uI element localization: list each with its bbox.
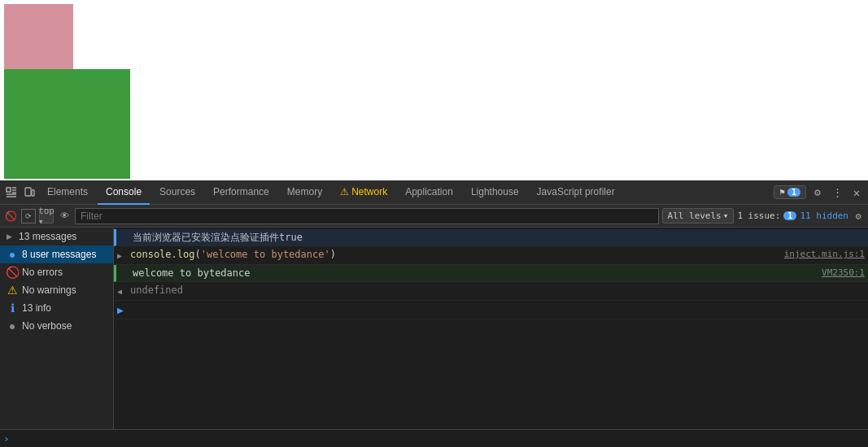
sidebar-item-all-messages[interactable]: ▶ 13 messages [0,228,113,245]
keyword-console: console [130,249,172,260]
result-arrow: ◀ [117,283,129,299]
output-arrow [120,266,131,267]
dot-icon-red: 🚫 [7,267,18,278]
devtools-panel: Elements Console Sources Performance Mem… [0,180,868,447]
green-rectangle [4,69,130,179]
log-string: 'welcome to bytedance' [201,249,330,260]
svg-rect-6 [25,188,31,196]
console-line-result: ◀ undefined [114,282,868,301]
toolbar-right: ⚑ 1 ⚙ ⋮ ✕ [774,184,865,201]
tab-console[interactable]: Console [98,180,150,205]
inspect-icon[interactable] [3,184,20,201]
sidebar-item-label: 13 info [22,302,51,314]
close-devtools-button[interactable]: ✕ [848,184,865,201]
sidebar-item-label: 8 user messages [22,249,96,260]
dot-icon-yellow: ⚠ [7,284,18,296]
sidebar-item-user-messages[interactable]: ● 8 user messages [0,245,113,263]
console-input[interactable] [13,433,865,445]
console-undefined: undefined [130,283,865,297]
source-link-vm[interactable]: VM2350:1 [822,266,865,280]
input-arrow: ▶ [117,302,129,318]
tab-js-profiler[interactable]: JavaScript profiler [529,180,623,205]
pink-rectangle [4,4,73,69]
input-prompt-icon: › [3,432,10,445]
page-area [0,0,868,180]
tab-elements[interactable]: Elements [39,180,96,205]
console-line-output: welcome to bytedance VM2350:1 [114,265,868,282]
issue-label: 1 issue: [737,210,780,221]
console-output-text: welcome to bytedance [133,266,815,280]
eye-icon[interactable]: 👁 [57,209,72,224]
line-expand-arrow [120,230,131,232]
level-dropdown[interactable]: All levels ▾ [662,208,735,224]
console-sidebar: ▶ 13 messages ● 8 user messages 🚫 No err… [0,228,114,429]
sidebar-item-label: No verbose [22,320,72,332]
sidebar-item-verbose[interactable]: ● No verbose [0,317,113,335]
svg-rect-7 [32,190,34,196]
dot-icon-verbose: ● [7,320,18,332]
tab-performance[interactable]: Performance [205,180,277,205]
console-output: 当前浏览器已安装渲染点验证插件true ▶ console.log('welco… [114,228,868,429]
sidebar-item-warnings[interactable]: ⚠ No warnings [0,281,113,299]
console-main: ▶ 13 messages ● 8 user messages 🚫 No err… [0,228,868,429]
sidebar-item-label: No warnings [22,284,76,296]
dot-icon-blue: ● [7,249,18,260]
console-log-code: console.log('welcome to bytedance') [130,247,778,262]
issue-filter-count[interactable]: 1 [783,211,796,220]
console-text-chinese: 当前浏览器已安装渲染点验证插件true [133,230,865,245]
more-options-icon[interactable]: ⋮ [829,184,845,201]
console-settings-icon[interactable]: ⚙ [852,210,865,223]
tab-memory[interactable]: Memory [279,180,330,205]
clear-console-icon[interactable]: 🚫 [3,209,18,224]
tab-lighthouse[interactable]: Lighthouse [463,180,527,205]
svg-rect-0 [7,188,11,192]
keyword-log: log [177,249,195,260]
console-filter-bar: 🚫 ⟳ top ▾ 👁 All levels ▾ 1 issue: 1 11 h… [0,205,868,228]
sidebar-item-info[interactable]: ℹ 13 info [0,299,113,317]
settings-icon[interactable]: ⚙ [809,184,826,201]
console-input-line[interactable]: ▶ [114,301,868,319]
filter-input[interactable] [75,208,659,224]
log-expand-arrow[interactable]: ▶ [117,247,129,263]
console-line: 当前浏览器已安装渲染点验证插件true [114,229,868,246]
preserve-log-icon[interactable]: ⟳ [21,209,36,224]
sidebar-item-errors[interactable]: 🚫 No errors [0,263,113,281]
hidden-count[interactable]: 11 hidden [800,210,848,221]
console-input-area: › [0,429,868,447]
tab-application[interactable]: Application [397,180,461,205]
issue-count: 1 [787,188,800,197]
top-context-selector[interactable]: top ▾ [39,209,54,224]
source-link-inject[interactable]: inject.min.js:1 [784,247,865,262]
tab-sources[interactable]: Sources [151,180,203,205]
device-toggle-icon[interactable] [21,184,37,201]
sidebar-item-label: 13 messages [19,231,76,242]
devtools-toolbar: Elements Console Sources Performance Mem… [0,180,868,205]
dot-icon-info: ℹ [7,302,18,314]
sidebar-item-label: No errors [22,267,63,278]
issue-icon: ⚑ [779,187,785,197]
tab-network[interactable]: ⚠Network [332,180,395,205]
issue-badge[interactable]: ⚑ 1 [774,185,806,199]
chevron-icon: ▶ [7,232,15,241]
console-line-log: ▶ console.log('welcome to bytedance') in… [114,246,868,265]
